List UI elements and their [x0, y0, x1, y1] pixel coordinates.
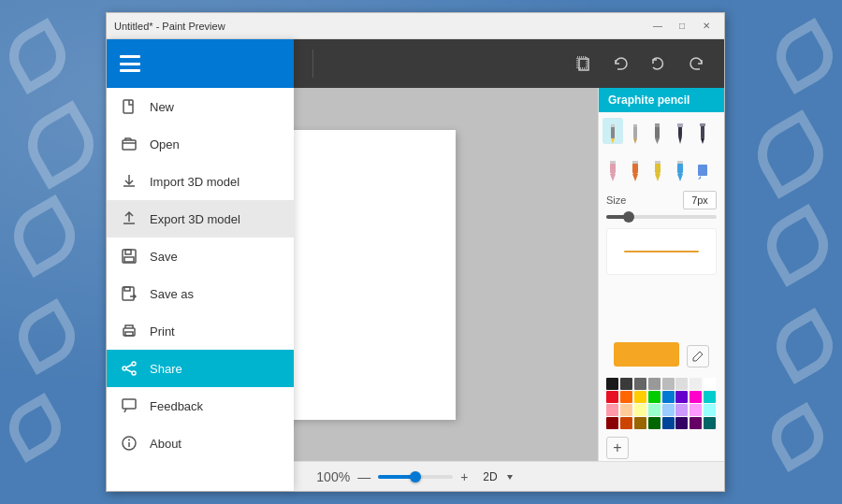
color-swatch[interactable] [634, 417, 646, 429]
color-swatch[interactable] [620, 417, 632, 429]
color-swatch[interactable] [620, 378, 632, 390]
titlebar: Untitled* - Paint Preview — □ ✕ [107, 13, 724, 39]
toolbar-right-group [567, 47, 713, 80]
hamburger-line-2 [120, 63, 140, 65]
size-row: Size [599, 187, 724, 213]
svg-rect-17 [677, 123, 683, 127]
menu-item-new[interactable]: New [107, 88, 294, 125]
menu-item-label: Open [150, 137, 180, 151]
color-swatch[interactable] [634, 378, 646, 390]
minimize-button[interactable]: — [647, 19, 668, 34]
close-button[interactable]: ✕ [696, 19, 717, 34]
feedback-icon [120, 396, 138, 415]
color-swatch[interactable] [690, 378, 702, 390]
menu-item-save-as[interactable]: Save as [107, 275, 294, 312]
color-swatch[interactable] [704, 417, 716, 429]
color-swatch[interactable] [648, 417, 661, 429]
redo-button[interactable] [679, 47, 713, 80]
maximize-button[interactable]: □ [672, 19, 692, 34]
svg-rect-41 [124, 287, 130, 291]
svg-rect-30 [677, 163, 683, 174]
color-swatch[interactable] [606, 391, 618, 403]
menu-item-label: Export 3D model [150, 212, 240, 226]
hamburger-line-1 [120, 55, 140, 58]
undo2-button[interactable] [642, 47, 675, 80]
color-swatch[interactable] [648, 391, 661, 403]
svg-rect-8 [611, 124, 615, 127]
copy-button[interactable] [567, 47, 601, 80]
menu-item-save[interactable]: Save [107, 238, 294, 275]
menu-item-print[interactable]: Print [107, 312, 294, 350]
hamburger-button[interactable] [120, 55, 140, 72]
color-swatch[interactable] [662, 378, 675, 390]
menu-item-label: Share [150, 362, 182, 376]
svg-marker-7 [611, 138, 615, 144]
color-swatch[interactable] [606, 417, 618, 429]
svg-rect-47 [123, 399, 136, 409]
brush-fill[interactable] [692, 155, 713, 181]
menu-item-open[interactable]: Open [107, 125, 294, 163]
edit-color-button[interactable] [687, 345, 709, 367]
color-swatch[interactable] [662, 391, 675, 403]
menu-header[interactable] [107, 39, 294, 88]
svg-marker-19 [701, 138, 704, 144]
color-swatch[interactable] [662, 404, 675, 416]
brush-marker-1[interactable] [602, 155, 623, 181]
color-swatch[interactable] [648, 404, 661, 416]
brush-pen-2[interactable] [692, 118, 713, 144]
size-slider-thumb[interactable] [623, 211, 634, 223]
svg-rect-29 [655, 161, 661, 164]
color-swatch[interactable] [662, 417, 675, 429]
brush-pencil-1[interactable] [602, 118, 623, 144]
size-slider-container [599, 213, 724, 224]
color-grid [606, 378, 717, 429]
size-label: Size [606, 194, 677, 206]
color-swatch[interactable] [675, 404, 688, 416]
svg-rect-18 [701, 125, 704, 138]
color-swatch[interactable] [690, 417, 702, 429]
color-swatch[interactable] [648, 378, 661, 390]
color-swatch[interactable] [606, 404, 618, 416]
mode-dropdown-icon[interactable] [505, 472, 515, 482]
brush-pencil-2[interactable] [625, 118, 646, 144]
menu-item-import-3d-model[interactable]: Import 3D model [107, 163, 294, 200]
menu-item-about[interactable]: About [107, 425, 294, 462]
add-color-button[interactable]: + [606, 437, 629, 459]
color-swatch[interactable] [675, 391, 688, 403]
svg-point-44 [132, 362, 136, 366]
menu-item-feedback[interactable]: Feedback [107, 387, 294, 425]
view-mode-label: 2D [483, 470, 497, 483]
color-swatch[interactable] [675, 417, 688, 429]
zoom-in-button[interactable]: + [460, 469, 468, 484]
color-swatch[interactable] [690, 391, 702, 403]
brush-marker-2[interactable] [625, 155, 646, 181]
color-swatch[interactable] [606, 378, 618, 390]
color-swatch[interactable] [704, 391, 716, 403]
size-input[interactable] [683, 191, 717, 209]
brush-pencil-3[interactable] [647, 118, 668, 144]
color-swatch[interactable] [675, 378, 688, 390]
brush-icons-row-2 [599, 150, 724, 187]
color-swatch[interactable] [620, 391, 632, 403]
color-swatch[interactable] [704, 378, 716, 390]
brush-marker-3[interactable] [647, 155, 668, 181]
svg-marker-28 [655, 174, 661, 181]
color-swatch[interactable] [620, 404, 632, 416]
brush-marker-4[interactable] [670, 155, 690, 181]
zoom-slider[interactable] [378, 475, 453, 479]
color-swatch[interactable] [634, 391, 646, 403]
active-color-swatch[interactable] [614, 342, 679, 367]
brush-pen-1[interactable] [670, 118, 690, 144]
zoom-out-button[interactable]: — [357, 469, 370, 484]
zoom-slider-thumb[interactable] [410, 471, 421, 482]
svg-rect-27 [655, 163, 661, 174]
size-slider[interactable] [606, 215, 717, 219]
svg-rect-35 [123, 100, 133, 113]
menu-item-share[interactable]: Share [107, 350, 294, 387]
color-swatch[interactable] [690, 404, 702, 416]
color-swatch[interactable] [634, 404, 646, 416]
color-swatch[interactable] [704, 404, 716, 416]
menu-item-export-3d-model[interactable]: Export 3D model [107, 200, 294, 238]
svg-rect-23 [610, 161, 616, 164]
undo-button[interactable] [604, 47, 638, 80]
